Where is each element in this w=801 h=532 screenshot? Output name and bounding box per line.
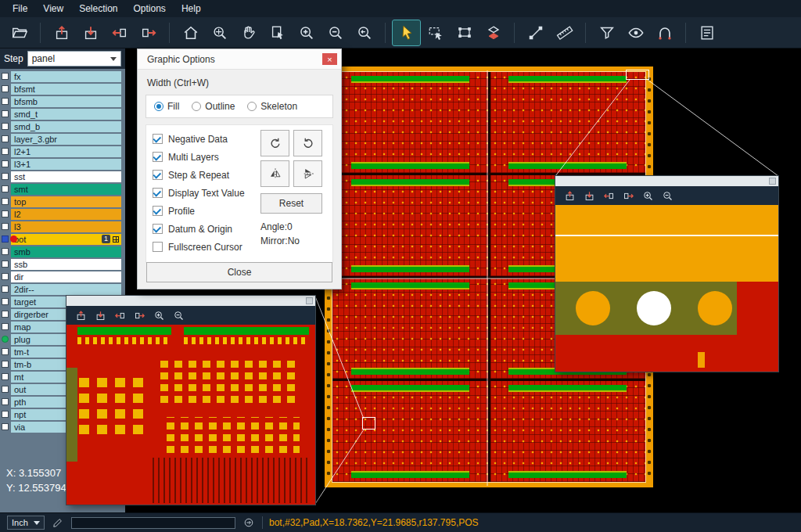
window-resize-handle[interactable] (306, 297, 313, 304)
layer-visibility-checkbox[interactable] (2, 323, 9, 330)
checkbox[interactable] (153, 134, 163, 144)
step-forward-button[interactable] (132, 308, 146, 322)
layer-row-bfsmt[interactable]: bfsmt (0, 83, 125, 95)
magnifier-titlebar[interactable] (66, 296, 315, 306)
zoom-previous-button[interactable] (350, 20, 378, 45)
close-button[interactable]: Close (146, 262, 332, 282)
draft-tool-button[interactable] (51, 516, 65, 530)
option-profile[interactable]: Profile (153, 202, 260, 220)
layer-visibility-checkbox[interactable] (2, 73, 9, 80)
layer-visibility-checkbox[interactable] (2, 298, 9, 305)
sheet-cursor-button[interactable] (264, 20, 291, 45)
eye-query-button[interactable] (622, 20, 649, 45)
radio-circle[interactable] (192, 102, 201, 111)
checkbox[interactable] (153, 170, 163, 180)
option-display-text-value[interactable]: Display Text Value (153, 184, 260, 202)
layer-visibility-checkbox[interactable] (2, 373, 9, 380)
zoom-search-button[interactable] (206, 20, 233, 45)
layer-row-bfsmb[interactable]: bfsmb (0, 95, 125, 107)
layer-row-l2+1[interactable]: l2+1 (0, 146, 125, 157)
layer-visibility-checkbox[interactable] (2, 110, 9, 117)
home-button[interactable] (177, 20, 204, 45)
layer-name-cell[interactable]: l2+1 (11, 146, 121, 157)
layer-visibility-checkbox[interactable] (2, 223, 9, 230)
pan-hand-button[interactable] (235, 20, 262, 45)
layer-row-layer_3.gbr[interactable]: layer_3.gbr (0, 133, 125, 145)
layer-visibility-checkbox[interactable] (2, 248, 9, 255)
menu-help[interactable]: Help (174, 1, 209, 16)
layer-visibility-checkbox[interactable] (2, 361, 9, 368)
layer-visibility-checkbox[interactable] (2, 311, 9, 318)
layer-name-cell[interactable]: 2dir-- (11, 284, 121, 295)
layer-visibility-checkbox[interactable] (2, 160, 9, 167)
radio-fill[interactable]: Fill (154, 101, 179, 112)
mirror-vertical-button[interactable] (293, 160, 322, 187)
radio-outline[interactable]: Outline (192, 101, 235, 112)
layer-name-cell[interactable]: bfsmt (11, 84, 121, 95)
layer-row-sst[interactable]: sst (0, 171, 125, 182)
unit-dropdown[interactable]: Inch (7, 516, 45, 530)
layer-name-cell[interactable]: fx (11, 71, 121, 82)
rect-select-button[interactable] (422, 20, 449, 45)
layer-name-cell[interactable]: l2 (11, 209, 121, 220)
import-up-button[interactable] (74, 308, 88, 322)
layer-row-dir[interactable]: dir (0, 271, 125, 282)
option-negative-data[interactable]: Negative Data (153, 130, 260, 148)
radio-circle[interactable] (154, 102, 163, 111)
radio-skeleton[interactable]: Skeleton (247, 101, 297, 112)
compare-layers-button[interactable] (480, 20, 507, 45)
layer-visibility-checkbox[interactable] (2, 411, 9, 418)
polygon-select-button[interactable] (451, 20, 478, 45)
layer-name-cell[interactable]: l3+1 (11, 159, 121, 170)
command-input[interactable] (71, 517, 235, 529)
layer-visibility-checkbox[interactable] (2, 148, 9, 155)
line-tool-button[interactable] (522, 20, 549, 45)
option-datum-origin[interactable]: Datum & Origin (153, 220, 260, 238)
layer-name-cell[interactable]: layer_3.gbr (11, 134, 121, 145)
layer-row-l3+1[interactable]: l3+1 (0, 158, 125, 170)
mirror-horizontal-button[interactable] (260, 160, 289, 187)
checkbox[interactable] (153, 206, 163, 216)
option-fullscreen-cursor[interactable]: Fullscreen Cursor (153, 238, 260, 256)
layer-visibility-checkbox[interactable] (2, 386, 9, 393)
layer-row-smt[interactable]: smt (0, 183, 125, 195)
menu-view[interactable]: View (35, 1, 71, 16)
option-step-repeat[interactable]: Step & Repeat (153, 166, 260, 184)
step-forward-button[interactable] (135, 20, 162, 45)
checkbox[interactable] (153, 242, 163, 252)
layer-name-cell[interactable]: bfsmb (11, 96, 121, 107)
window-resize-handle[interactable] (769, 178, 776, 185)
layer-row-smd_b[interactable]: smd_b (0, 120, 125, 132)
layer-name-cell[interactable]: bot1 (11, 234, 121, 245)
layer-name-cell[interactable]: smb (11, 246, 121, 257)
magnifier-view[interactable] (66, 325, 315, 505)
zoom-out-button[interactable] (171, 308, 185, 322)
graphic-options-dialog[interactable]: Graphic Options × Width (Ctrl+W) FillOut… (137, 49, 342, 289)
zoom-in-button[interactable] (152, 308, 166, 322)
layer-row-fx[interactable]: fx (0, 70, 125, 82)
import-down-button[interactable] (93, 308, 107, 322)
pointer-select-button[interactable] (393, 20, 420, 45)
step-dropdown[interactable]: panel (27, 51, 121, 66)
layer-name-cell[interactable]: dir (11, 271, 121, 282)
zoom-in-button[interactable] (293, 20, 320, 45)
layer-name-cell[interactable]: smt (11, 184, 121, 195)
layer-visibility-checkbox[interactable] (2, 210, 9, 217)
open-folder-button[interactable] (5, 20, 33, 45)
layer-row-top[interactable]: top (0, 196, 125, 207)
layer-visibility-checkbox[interactable] (2, 235, 9, 243)
report-list-button[interactable] (693, 20, 720, 45)
layer-row-smb[interactable]: smb (0, 246, 125, 257)
layer-row-2dir--[interactable]: 2dir-- (0, 283, 125, 295)
radio-circle[interactable] (247, 102, 257, 111)
dialog-close-button[interactable]: × (322, 53, 337, 65)
net-highlight-button[interactable] (651, 20, 678, 45)
ruler-tool-button[interactable] (551, 20, 578, 45)
zoom-in-button[interactable] (641, 189, 655, 203)
layer-visibility-checkbox[interactable] (2, 85, 9, 92)
layer-visibility-checkbox[interactable] (2, 198, 9, 205)
import-down-button[interactable] (77, 20, 104, 45)
step-back-button[interactable] (602, 189, 616, 203)
layer-name-cell[interactable]: ssb (11, 259, 121, 270)
zoom-out-button[interactable] (321, 20, 349, 45)
